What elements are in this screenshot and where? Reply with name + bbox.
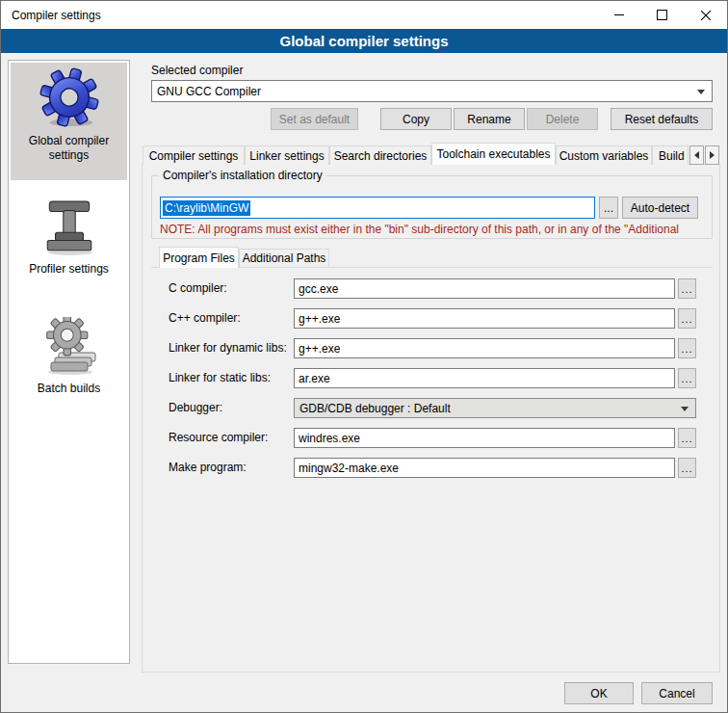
installation-directory-group-title: Compiler's installation directory [159, 169, 326, 182]
bin-note: NOTE: All programs must exist either in … [160, 223, 709, 236]
sidebar-item-label: Profiler settings [15, 262, 123, 277]
browse-static-linker-button[interactable]: ... [678, 368, 696, 388]
install-dir-selected-text: C:\raylib\MinGW [163, 200, 250, 216]
browse-install-dir-button[interactable]: ... [599, 197, 618, 219]
banner: Global compiler settings [1, 29, 727, 53]
auto-detect-button[interactable]: Auto-detect [622, 197, 698, 219]
ok-button[interactable]: OK [564, 682, 634, 704]
field-label: Make program: [169, 461, 247, 474]
c-compiler-input[interactable] [294, 278, 675, 299]
sidebar-item-label: Batch builds [15, 382, 123, 396]
minimize-button[interactable] [597, 1, 640, 29]
installation-directory-group: Compiler's installation directory C:\ray… [151, 175, 713, 239]
titlebar: Compiler settings [1, 1, 727, 29]
tab-search-directories[interactable]: Search directories [329, 145, 431, 165]
batch-builds-icon [41, 317, 97, 378]
rename-button[interactable]: Rename [454, 108, 525, 130]
close-icon [701, 11, 711, 20]
field-row: Resource compiler: ... [151, 428, 713, 448]
tab-scroll-right-button[interactable] [705, 145, 719, 165]
subtab-label: Additional Paths [243, 251, 326, 265]
field-row: C++ compiler: ... [151, 308, 713, 329]
banner-title: Global compiler settings [279, 33, 448, 49]
field-row: C compiler: ... [151, 278, 713, 299]
tab-scroll-left-button[interactable] [689, 145, 704, 165]
browse-make-program-button[interactable]: ... [678, 458, 696, 478]
toolchain-executables-panel [142, 164, 720, 673]
compiler-select[interactable]: GNU GCC Compiler [151, 80, 713, 102]
static-linker-input[interactable] [294, 368, 675, 388]
reset-defaults-button[interactable]: Reset defaults [611, 108, 713, 130]
tab-label: Custom variables [559, 149, 649, 163]
dynamic-linker-input[interactable] [294, 338, 675, 358]
set-as-default-button[interactable]: Set as default [271, 108, 358, 130]
browse-cpp-compiler-button[interactable]: ... [678, 308, 696, 329]
tab-scroll-left-icon [694, 151, 699, 159]
sidebar-item-label: Global compiler settings [15, 134, 123, 163]
debugger-select-value: GDB/CDB debugger : Default [299, 402, 451, 415]
maximize-button[interactable] [640, 1, 684, 29]
chevron-down-icon [681, 407, 689, 411]
resource-compiler-input[interactable] [294, 428, 675, 448]
tab-label: Linker settings [249, 149, 324, 163]
field-label: C++ compiler: [169, 311, 241, 325]
field-label: Linker for static libs: [169, 371, 271, 384]
tab-linker-settings[interactable]: Linker settings [245, 145, 329, 165]
window-controls [597, 1, 727, 29]
sidebar-item-profiler-settings[interactable]: Profiler settings [11, 198, 127, 286]
delete-button[interactable]: Delete [527, 108, 598, 130]
close-button[interactable] [684, 1, 727, 29]
field-label: Debugger: [169, 401, 222, 414]
profiler-icon [41, 198, 97, 258]
subtab-additional-paths[interactable]: Additional Paths [239, 249, 329, 267]
gear-icon [39, 67, 99, 130]
tab-label: Search directories [334, 149, 428, 163]
cancel-button[interactable]: Cancel [641, 682, 713, 704]
tab-label: Build [659, 149, 685, 163]
tab-custom-variables[interactable]: Custom variables [556, 145, 652, 165]
cpp-compiler-input[interactable] [294, 308, 675, 329]
tab-label: Compiler settings [149, 149, 239, 163]
subtab-program-files[interactable]: Program Files [159, 247, 239, 268]
tab-compiler-settings[interactable]: Compiler settings [143, 145, 245, 165]
field-label: Resource compiler: [169, 431, 268, 444]
sidebar: Global compiler settings Profiler settin… [8, 60, 130, 664]
field-label: Linker for dynamic libs: [169, 341, 287, 355]
maximize-icon [657, 10, 667, 20]
make-program-input[interactable] [294, 458, 675, 478]
tab-toolchain-executables[interactable]: Toolchain executables [431, 143, 556, 165]
install-dir-input[interactable]: C:\raylib\MinGW [160, 197, 595, 219]
browse-resource-compiler-button[interactable]: ... [678, 428, 696, 448]
field-row: Linker for dynamic libs: ... [151, 338, 713, 358]
compiler-settings-dialog: Compiler settings Global compiler settin… [0, 0, 728, 713]
field-row: Debugger: GDB/CDB debugger : Default [151, 398, 713, 418]
tab-label: Toolchain executables [436, 147, 550, 161]
subtab-label: Program Files [163, 251, 235, 265]
minimize-icon [614, 14, 624, 15]
debugger-select[interactable]: GDB/CDB debugger : Default [294, 398, 696, 418]
browse-c-compiler-button[interactable]: ... [678, 278, 696, 299]
sidebar-item-batch-builds[interactable]: Batch builds [11, 317, 127, 406]
tab-scroll-right-icon [710, 151, 715, 159]
chevron-down-icon [697, 90, 705, 94]
selected-compiler-label: Selected compiler [151, 64, 243, 77]
window-title: Compiler settings [12, 9, 101, 22]
compiler-select-value: GNU GCC Compiler [157, 85, 261, 98]
copy-button[interactable]: Copy [380, 108, 452, 130]
field-row: Linker for static libs: ... [151, 368, 713, 388]
field-row: Make program: ... [151, 458, 713, 478]
browse-dynamic-linker-button[interactable]: ... [678, 338, 696, 358]
field-label: C compiler: [169, 281, 227, 295]
sidebar-item-global-compiler-settings[interactable]: Global compiler settings [11, 63, 127, 180]
tab-build-options[interactable]: Build [652, 145, 689, 165]
